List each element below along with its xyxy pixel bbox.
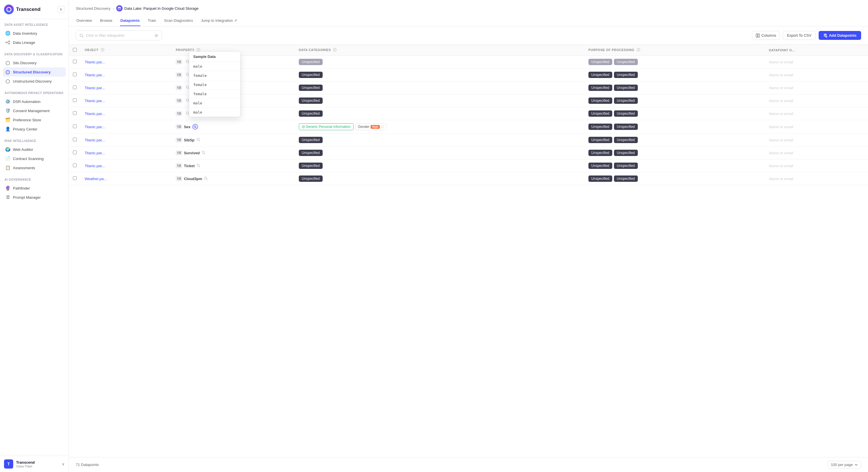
tab-datapoints[interactable]: Datapoints [120,15,141,26]
sidebar-item-privacy-center[interactable]: 👤 Privacy Center [3,125,66,134]
row-checkbox[interactable] [73,98,76,102]
columns-button[interactable]: Columns [752,31,780,40]
datapoint-owner[interactable]: Name or email [765,146,868,160]
row-checkbox[interactable] [73,125,76,128]
sidebar-item-consent-management[interactable]: 🛡️ Consent Management [3,106,66,115]
purpose-badge[interactable]: Unspecified [614,72,638,78]
tab-train[interactable]: Train [147,15,157,26]
purpose-badge[interactable]: Unspecified [614,163,638,169]
object-link[interactable]: Titanic.par... [85,111,105,116]
purpose-badge[interactable]: Unspecified [614,124,638,130]
datapoint-owner[interactable]: Name or email [765,94,868,107]
category-badge[interactable]: Unspecified [299,137,322,143]
purpose-badge[interactable]: Unspecified [614,85,638,91]
purpose-badge[interactable]: Unspecified [614,98,638,104]
datapoint-owner[interactable]: Name or email [765,160,868,172]
purpose-badge[interactable]: Unspecified [588,163,612,169]
row-checkbox[interactable] [73,176,76,180]
add-filter-icon[interactable]: ⊕ [154,33,158,38]
sample-data-icon[interactable] [204,176,208,181]
category-badge[interactable]: Unspecified [299,175,322,182]
sample-data-icon[interactable] [196,164,201,168]
sidebar-item-web-auditor[interactable]: 🌍 Web Auditor [3,145,66,154]
category-badge[interactable]: Unspecified [299,59,322,65]
purpose-badge[interactable]: Unspecified [588,85,612,91]
purpose-badge[interactable]: Unspecified [588,59,612,65]
category-badge[interactable]: Unspecified [299,85,322,91]
sidebar-item-structured-discovery[interactable]: Structured Discovery [3,67,66,76]
purpose-badge[interactable]: Unspecified [614,110,638,117]
datapoint-owner[interactable]: Name or email [765,120,868,134]
categories-info-icon[interactable]: ⓘ [333,48,337,52]
object-link[interactable]: Titanic.par... [85,164,105,168]
datapoint-owner[interactable]: Name or email [765,172,868,185]
sidebar-item-preference-store[interactable]: 🗂️ Preference Store [3,115,66,125]
sidebar-item-pathfinder[interactable]: 🔮 Pathfinder [3,183,66,193]
row-checkbox[interactable] [73,138,76,141]
category-badge[interactable]: Unspecified [299,163,322,169]
object-link[interactable]: Titanic.par... [85,99,105,103]
object-link[interactable]: Titanic.par... [85,86,105,90]
object-info-icon[interactable]: ⓘ [101,48,104,52]
datapoint-owner[interactable]: Name or email [765,56,868,69]
row-checkbox[interactable] [73,72,76,76]
object-link[interactable]: Titanic.par... [85,151,105,155]
purpose-badge[interactable]: Unspecified [614,59,638,65]
sample-data-icon[interactable] [202,150,206,155]
per-page-selector[interactable]: 100 per page [828,461,861,469]
row-checkbox[interactable] [73,60,76,63]
sidebar-item-data-inventory[interactable]: 🌐 Data Inventory [3,29,66,38]
row-checkbox[interactable] [73,150,76,154]
purpose-badge[interactable]: Unspecified [588,98,612,104]
purpose-badge[interactable]: Unspecified [588,72,612,78]
object-link[interactable]: Titanic.par... [85,138,105,142]
sidebar-item-unstructured-discovery[interactable]: Unstructured Discovery [3,76,66,86]
category-badge[interactable]: Unspecified [299,98,322,104]
purpose-badge[interactable]: Unspecified [614,175,638,182]
purpose-badge[interactable]: Unspecified [614,137,638,143]
category-badge[interactable]: Unspecified [299,150,322,156]
sidebar-item-dsr-automation[interactable]: ⚙️ DSR Automation [3,97,66,106]
purpose-info-icon[interactable]: ⓘ [637,48,640,52]
purpose-badge[interactable]: Unspecified [588,150,612,156]
add-datapoints-button[interactable]: Add Datapoints [818,31,861,40]
datapoint-owner[interactable]: Name or email [765,81,868,94]
row-checkbox[interactable] [73,164,76,167]
search-box[interactable]: Click to filter datapoints ⊕ [76,30,162,40]
row-checkbox[interactable] [73,86,76,89]
purpose-badge[interactable]: Unspecified [588,175,612,182]
tab-scan-diagnostics[interactable]: Scan Diagnostics [164,15,193,26]
badge-info-icon[interactable]: ⓘ [381,125,384,129]
collapse-button[interactable]: K [58,6,65,13]
sidebar-item-prompt-manager[interactable]: ☰ Prompt Manager [3,193,66,202]
datapoint-owner[interactable]: Name or email [765,69,868,81]
sample-data-icon[interactable] [196,138,201,142]
purpose-badge[interactable]: Unspecified [588,110,612,117]
object-link[interactable]: Weather.pa... [85,177,107,181]
row-checkbox[interactable] [73,111,76,115]
sidebar-item-silo-discovery[interactable]: Silo Discovery [3,58,66,67]
purpose-badge[interactable]: Unspecified [588,124,612,130]
user-menu-button[interactable]: ∨ [62,462,65,466]
tab-browse[interactable]: Browse [99,15,113,26]
select-all-checkbox[interactable] [73,48,76,52]
category-badge[interactable]: Unspecified [299,72,322,78]
sidebar-item-data-lineage[interactable]: Data Lineage [3,38,66,47]
gender-badge[interactable]: Gender High ⓘ [355,124,386,130]
tab-jump-integration[interactable]: Jump to Integration ↗ [200,15,238,26]
tab-overview[interactable]: Overview [76,15,92,26]
sidebar-item-assessments[interactable]: 📋 Assessments [3,163,66,172]
object-link[interactable]: Titanic.par... [85,125,105,129]
object-link[interactable]: Titanic.par... [85,60,105,64]
purpose-badge[interactable]: Unspecified [588,137,612,143]
datapoint-owner[interactable]: Name or email [765,134,868,146]
datapoint-owner[interactable]: Name or email [765,107,868,120]
sidebar-item-contract-scanning[interactable]: 📄 Contract Scanning [3,154,66,163]
sample-data-icon-active[interactable] [192,124,198,130]
object-link[interactable]: Titanic.par... [85,73,105,77]
breadcrumb-parent[interactable]: Structured Discovery [76,6,111,11]
purpose-badge[interactable]: Unspecified [614,150,638,156]
category-badge[interactable]: Unspecified [299,110,322,117]
generic-personal-info-badge[interactable]: Generic Personal Information [299,123,353,130]
export-button[interactable]: Export To CSV [783,31,816,40]
